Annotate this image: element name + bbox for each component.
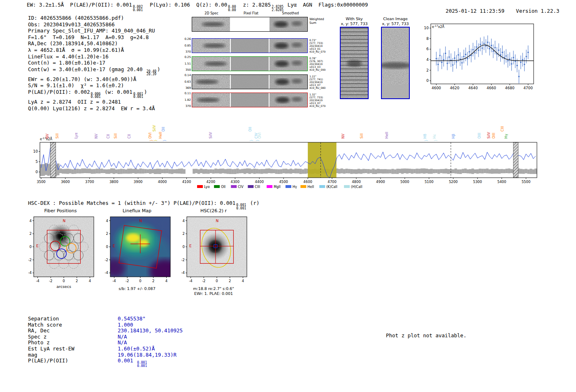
cutout-images <box>192 38 308 53</box>
cutout-col-header: 2D Spec <box>192 12 231 15</box>
line-fit-points <box>436 35 529 84</box>
match-row: P(LAE)/P(OII)0.001 0.0010.001 <box>28 358 183 367</box>
clean-image-panel: Clean Image x, y: 577, 733 <box>381 16 410 100</box>
match-value: 1.000 <box>118 322 133 328</box>
match-label: mag <box>28 352 118 358</box>
svg-text:4900: 4900 <box>376 180 385 184</box>
match-label: Est LyA rest-EW <box>28 346 118 352</box>
svg-text:0: 0 <box>183 245 185 249</box>
info-line: λ = 4652.81Å σ = 10.99(±2.61)Å <box>28 47 160 53</box>
svg-text:SiIV: SiIV <box>487 132 491 139</box>
report-version: Version 1.22.3 <box>516 8 559 14</box>
match-value: N/A <box>118 334 127 340</box>
svg-text:2: 2 <box>76 279 78 283</box>
cutout-left-labels <box>181 16 192 32</box>
cutout-image-spec <box>192 57 230 71</box>
match-value: 0.001 0.0010.001 <box>118 357 148 364</box>
cutout-row: 0.260.853700.73"(577, 733)20230419v013_0… <box>181 37 354 54</box>
cutout-right-labels: 0.78"(576, 307)20230419v013_03419_RU_099 <box>309 57 325 71</box>
svg-text:arcsecs: arcsecs <box>56 284 71 289</box>
highlight-region <box>308 142 337 178</box>
svg-text:4: 4 <box>183 219 185 223</box>
match-row: mag19.06(18.84,19.33)R <box>28 352 183 358</box>
svg-text:3700: 3700 <box>85 180 94 184</box>
svg-text:3500: 3500 <box>37 180 46 184</box>
cutout-image-smooth <box>269 39 307 53</box>
info-line: EWr = 6.20(±1.70) (w: 3.40(±0.90))Å <box>28 76 160 83</box>
catalog-match-table: Separation0.545538"Match score1.000RA, D… <box>28 316 183 367</box>
svg-text:2: 2 <box>229 279 231 283</box>
svg-text:NV: NV <box>94 134 98 139</box>
svg-text:Hε: Hε <box>432 134 437 139</box>
svg-text:}: } <box>250 139 253 141</box>
cutout-image-flat-white <box>231 17 269 31</box>
info-line: P(LAE)/P(OII): 0.0020.0060.001 (w: 0.001… <box>28 89 160 99</box>
svg-text:4500: 4500 <box>279 180 288 184</box>
svg-text:6: 6 <box>426 47 429 51</box>
svg-text:4700: 4700 <box>327 180 337 184</box>
cutout-right-labels: 1.32"(577, 733)20230419v013_07419_RU_079 <box>309 93 325 107</box>
svg-text:CIII: CIII <box>500 126 504 132</box>
cutout-images <box>192 17 308 32</box>
with-sky-image <box>340 27 369 99</box>
info-line: Primary Spec_Slot_IFU_AMP: 419_040_046_R… <box>28 28 160 34</box>
cutout-image-flat <box>231 93 269 107</box>
cutout-image-flat <box>231 39 269 53</box>
info-line: LineFlux = 4.40(±1.20)e-16 <box>28 53 160 60</box>
svg-text:OII: OII <box>161 127 165 132</box>
lineflux-map-plot: NE-4-4-2-2002244 <box>98 215 176 285</box>
masked-region <box>513 142 518 178</box>
svg-text:4000: 4000 <box>158 180 167 184</box>
header-summary: EW: 3.2±1.5Å P(LAE)/P(OII): 0.0010.0020.… <box>27 2 368 12</box>
svg-text:4: 4 <box>165 279 167 283</box>
fiber-map: NE <box>34 217 94 277</box>
match-label: Separation <box>28 316 118 322</box>
svg-text:OVI: OVI <box>148 132 152 139</box>
report-datetime: 2025-01-12 11:23:59 <box>446 8 504 14</box>
with-sky-panel: With Sky x, y: 577, 733 <box>340 16 369 100</box>
svg-text:CII: CII <box>127 134 131 139</box>
info-line: Obs: 20230419v013_4026535866 <box>28 21 160 28</box>
hsc-galaxy-image: NE <box>187 217 247 277</box>
cutout-left-labels: 0.260.85370 <box>181 37 192 54</box>
info-line: ID: 4026535866 (4026535866.pdf) <box>28 15 160 21</box>
svg-text:-2: -2 <box>181 258 185 262</box>
svg-text:0: 0 <box>30 245 32 249</box>
2d-spectra-cutouts: 2D SpecPixel FlatSmoothed WeightedSum0.2… <box>181 12 354 110</box>
svg-text:OII: OII <box>248 127 252 132</box>
hsc-caption-1: m:18.8 re:2.7" s:0.6" <box>174 286 253 291</box>
svg-text:NV: NV <box>341 134 345 139</box>
svg-text:2: 2 <box>106 232 108 236</box>
clean-image <box>381 27 410 99</box>
svg-text:N: N <box>139 219 142 223</box>
hsc-image-plot: NE-4-4-2-2002244 <box>174 215 253 285</box>
info-line: Cont(w) = 3.40(±0.01)e-17 (gmag 20.40 20… <box>28 66 160 76</box>
svg-text:0: 0 <box>139 279 141 283</box>
hsc-caption-2: EWr: 1. PLAE: 0.001 <box>174 291 253 296</box>
svg-text:-2: -2 <box>28 258 32 262</box>
cutout-left-labels: 0.111.82370 <box>181 92 192 108</box>
info-line: Q(0.00) Lyα(1216) z = 2.8274 EW r = 3.4Å <box>28 105 160 112</box>
svg-text:-4: -4 <box>105 271 108 275</box>
svg-text:HeII: HeII <box>307 185 314 189</box>
svg-text:4700: 4700 <box>523 86 533 90</box>
stacked-uncertainty: 0.0060.001 <box>91 93 101 99</box>
clean-cutout <box>382 28 409 98</box>
svg-text:0: 0 <box>216 279 218 283</box>
svg-text:N: N <box>216 219 218 223</box>
svg-text:4: 4 <box>30 219 32 223</box>
svg-text:0: 0 <box>106 245 108 249</box>
emission-line-fit-plot: 4600462046404660468047000246810e-17x2Å <box>418 20 537 94</box>
svg-text:4100: 4100 <box>182 180 191 184</box>
svg-text:Lyα: Lyα <box>204 185 210 189</box>
svg-text:Lyα: Lyα <box>74 132 78 139</box>
svg-text:3600: 3600 <box>61 180 70 184</box>
svg-text:MgII: MgII <box>274 185 281 189</box>
svg-text:Hγ: Hγ <box>293 185 297 189</box>
clean-image-coords: x, y: 577, 733 <box>381 21 410 26</box>
svg-text:10: 10 <box>33 149 38 153</box>
info-line: LyA z = 2.8274 OII z = 0.2481 <box>28 99 160 105</box>
svg-text:8: 8 <box>426 37 429 41</box>
cutout-images <box>192 56 308 71</box>
svg-text:4300: 4300 <box>231 180 240 184</box>
